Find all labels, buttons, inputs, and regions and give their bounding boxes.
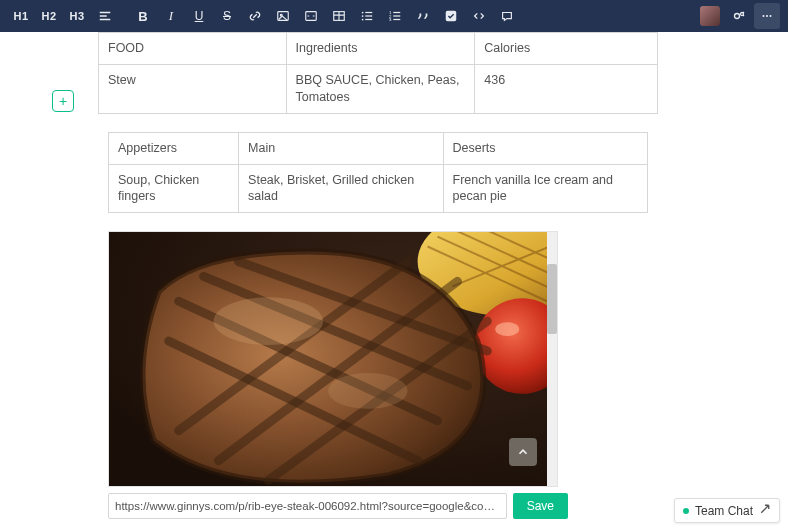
quote-button[interactable] [410,3,436,29]
svg-point-6 [362,19,364,21]
status-dot-icon [683,508,689,514]
svg-point-5 [362,15,364,17]
link-button[interactable] [242,3,268,29]
save-button[interactable]: Save [513,493,568,519]
align-button[interactable] [92,3,118,29]
cell[interactable]: Deserts [443,132,647,164]
svg-rect-7 [365,12,372,13]
expand-icon [759,503,771,518]
image-embed-block[interactable] [108,231,568,487]
bullet-list-button[interactable] [354,3,380,29]
image-scrollbar-thumb[interactable] [547,264,557,334]
menu-table[interactable]: Appetizers Main Deserts Soup, Chicken fi… [108,132,648,214]
strikethrough-button[interactable]: S [214,3,240,29]
comment-button[interactable] [494,3,520,29]
svg-point-27 [328,373,408,409]
cell[interactable]: 436 [475,64,658,113]
svg-rect-14 [393,15,400,16]
cell[interactable]: Soup, Chicken fingers [109,164,239,213]
svg-text:3: 3 [389,17,392,22]
more-button[interactable] [754,3,780,29]
code-button[interactable] [466,3,492,29]
cell[interactable]: BBQ SAUCE, Chicken, Peas, Tomatoes [286,64,475,113]
svg-rect-8 [365,15,372,16]
editor-toolbar: H1 H2 H3 B I U S 123 [0,0,788,32]
svg-rect-15 [393,19,400,20]
checkbox-button[interactable] [438,3,464,29]
svg-point-19 [762,15,764,17]
cell[interactable]: FOOD [99,33,287,65]
steak-image [109,232,557,486]
team-chat-label: Team Chat [695,504,753,518]
embed-button[interactable] [298,3,324,29]
user-avatar[interactable] [698,3,724,29]
heading3-button[interactable]: H3 [64,3,90,29]
cell[interactable]: Steak, Brisket, Grilled chicken salad [239,164,443,213]
svg-point-25 [495,322,519,336]
image-button[interactable] [270,3,296,29]
cell[interactable]: Main [239,132,443,164]
table-row: Stew BBQ SAUCE, Chicken, Peas, Tomatoes … [99,64,658,113]
cell[interactable]: Appetizers [109,132,239,164]
underline-button[interactable]: U [186,3,212,29]
svg-point-26 [214,298,324,346]
heading2-button[interactable]: H2 [36,3,62,29]
svg-point-4 [362,12,364,14]
share-button[interactable] [726,3,752,29]
image-url-input[interactable] [108,493,507,519]
bold-button[interactable]: B [130,3,156,29]
heading1-button[interactable]: H1 [8,3,34,29]
table-row: FOOD Ingredients Calories [99,33,658,65]
svg-rect-13 [393,12,400,13]
ordered-list-button[interactable]: 123 [382,3,408,29]
image-url-row: Save [108,493,568,519]
food-table[interactable]: FOOD Ingredients Calories Stew BBQ SAUCE… [98,32,658,114]
cell[interactable]: Ingredients [286,33,475,65]
scroll-top-button[interactable] [509,438,537,466]
cell[interactable]: French vanilla Ice cream and pecan pie [443,164,647,213]
italic-button[interactable]: I [158,3,184,29]
svg-rect-2 [306,12,317,21]
add-block-button[interactable]: + [52,90,74,112]
cell[interactable]: Stew [99,64,287,113]
team-chat-widget[interactable]: Team Chat [674,498,780,523]
table-button[interactable] [326,3,352,29]
table-row: Appetizers Main Deserts [109,132,648,164]
table-row: Soup, Chicken fingers Steak, Brisket, Gr… [109,164,648,213]
svg-rect-9 [365,19,372,20]
svg-point-21 [769,15,771,17]
svg-point-20 [766,15,768,17]
cell[interactable]: Calories [475,33,658,65]
svg-point-17 [735,14,740,19]
image-frame [108,231,558,487]
document-canvas: + FOOD Ingredients Calories Stew BBQ SAU… [0,32,788,529]
